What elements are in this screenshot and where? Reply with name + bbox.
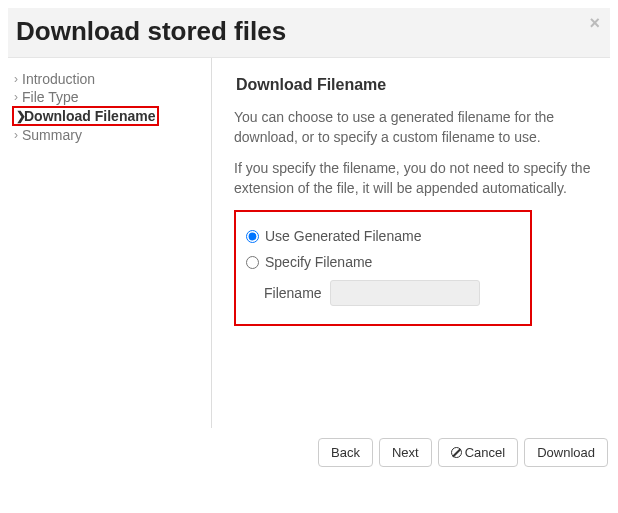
radio-label: Specify Filename [265,254,372,270]
sidebar-item-label: Download Filename [24,108,155,124]
radio-use-generated[interactable]: Use Generated Filename [246,228,516,244]
sidebar-item-label: Summary [22,127,82,143]
sidebar-item-file-type[interactable]: › File Type [12,88,203,106]
sidebar-item-download-filename[interactable]: ❯ Download Filename [12,106,159,126]
sidebar-item-label: Introduction [22,71,95,87]
content-para-1: You can choose to use a generated filena… [234,108,592,147]
radio-specify-filename[interactable]: Specify Filename [246,254,516,270]
radio-label: Use Generated Filename [265,228,421,244]
button-label: Next [392,445,419,460]
dialog-footer: Back Next Cancel Download [8,428,610,471]
radio-use-generated-input[interactable] [246,230,259,243]
button-label: Cancel [465,445,505,460]
sidebar-item-introduction[interactable]: › Introduction [12,70,203,88]
chevron-right-icon: ❯ [16,109,24,123]
content-para-2: If you specify the filename, you do not … [234,159,592,198]
button-label: Back [331,445,360,460]
filename-label: Filename [264,285,322,301]
wizard-sidebar: › Introduction › File Type ❯ Download Fi… [8,58,212,428]
close-icon[interactable]: × [589,14,600,32]
dialog-title: Download stored files [16,16,598,47]
download-button[interactable]: Download [524,438,608,467]
cancel-icon [451,447,462,458]
dialog-header: Download stored files × [8,8,610,58]
sidebar-item-summary[interactable]: › Summary [12,126,203,144]
download-stored-files-dialog: Download stored files × › Introduction ›… [8,8,610,471]
filename-options-box: Use Generated Filename Specify Filename … [234,210,532,326]
button-label: Download [537,445,595,460]
filename-field-row: Filename [264,280,516,306]
chevron-right-icon: › [14,72,22,86]
chevron-right-icon: › [14,90,22,104]
next-button[interactable]: Next [379,438,432,467]
wizard-content: Download Filename You can choose to use … [212,58,610,428]
back-button[interactable]: Back [318,438,373,467]
content-heading: Download Filename [236,76,592,94]
radio-specify-filename-input[interactable] [246,256,259,269]
chevron-right-icon: › [14,128,22,142]
filename-input[interactable] [330,280,480,306]
cancel-button[interactable]: Cancel [438,438,518,467]
sidebar-item-label: File Type [22,89,79,105]
dialog-body: › Introduction › File Type ❯ Download Fi… [8,58,610,428]
